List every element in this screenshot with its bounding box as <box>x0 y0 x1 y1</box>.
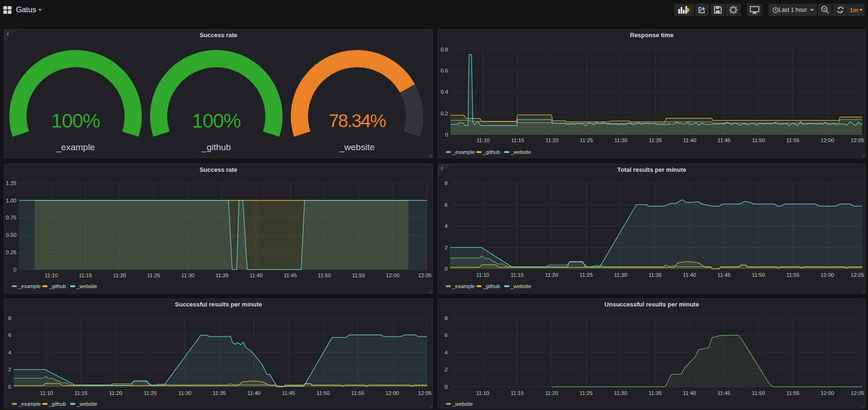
svg-text:4: 4 <box>445 223 448 229</box>
svg-text:12:00: 12:00 <box>386 390 399 396</box>
svg-text:11:45: 11:45 <box>284 273 297 278</box>
svg-text:12:05: 12:05 <box>418 390 432 396</box>
svg-text:1.00: 1.00 <box>6 198 16 203</box>
svg-text:_example: _example <box>18 283 41 289</box>
svg-text:0: 0 <box>445 132 448 137</box>
svg-text:0.2: 0.2 <box>441 111 448 116</box>
svg-text:11:15: 11:15 <box>74 390 88 396</box>
svg-text:_github: _github <box>48 283 66 289</box>
svg-text:_website: _website <box>76 401 97 407</box>
svg-text:11:20: 11:20 <box>109 390 122 396</box>
svg-text:11:50: 11:50 <box>318 273 331 278</box>
svg-text:11:25: 11:25 <box>144 390 157 396</box>
svg-text:11:20: 11:20 <box>546 137 559 143</box>
svg-text:11:25: 11:25 <box>579 390 593 396</box>
svg-text:11:55: 11:55 <box>351 390 364 396</box>
svg-text:_example: _example <box>452 283 475 289</box>
svg-text:11:50: 11:50 <box>752 390 765 396</box>
svg-text:4: 4 <box>8 350 12 355</box>
svg-text:_github: _github <box>48 401 66 407</box>
svg-text:11:40: 11:40 <box>683 137 696 143</box>
svg-text:11:10: 11:10 <box>40 390 53 396</box>
svg-text:0.8: 0.8 <box>441 47 448 52</box>
svg-text:12:05: 12:05 <box>418 273 432 278</box>
svg-text:11:15: 11:15 <box>511 137 524 143</box>
svg-text:11:45: 11:45 <box>282 390 295 396</box>
svg-text:0: 0 <box>14 267 16 273</box>
svg-text:_website: _website <box>510 149 531 155</box>
svg-text:12:00: 12:00 <box>820 390 834 396</box>
svg-text:11:30: 11:30 <box>614 272 627 278</box>
svg-text:11:45: 11:45 <box>717 272 731 278</box>
svg-text:11:20: 11:20 <box>113 273 126 278</box>
svg-text:11:30: 11:30 <box>614 137 627 143</box>
svg-text:0.6: 0.6 <box>441 68 448 73</box>
svg-text:11:40: 11:40 <box>249 273 263 278</box>
svg-text:11:30: 11:30 <box>181 273 194 278</box>
svg-text:0: 0 <box>8 384 11 390</box>
svg-text:11:35: 11:35 <box>213 390 226 396</box>
svg-text:11:25: 11:25 <box>579 272 593 278</box>
svg-text:8: 8 <box>8 315 11 321</box>
svg-text:11:10: 11:10 <box>45 273 58 278</box>
svg-text:11:30: 11:30 <box>614 390 627 396</box>
svg-text:11:15: 11:15 <box>511 272 524 278</box>
svg-text:11:10: 11:10 <box>476 390 490 396</box>
svg-text:1.25: 1.25 <box>6 180 16 186</box>
svg-text:_github: _github <box>482 283 500 289</box>
svg-text:4: 4 <box>445 350 448 355</box>
svg-text:12:00: 12:00 <box>820 137 834 143</box>
svg-text:11:55: 11:55 <box>352 273 365 278</box>
svg-text:11:20: 11:20 <box>545 272 558 278</box>
svg-text:_website: _website <box>76 283 97 289</box>
svg-text:11:50: 11:50 <box>752 137 765 143</box>
svg-text:6: 6 <box>445 202 448 208</box>
svg-text:11:40: 11:40 <box>683 272 696 278</box>
svg-text:0.25: 0.25 <box>6 249 16 255</box>
svg-text:2: 2 <box>445 367 448 372</box>
svg-text:11:35: 11:35 <box>216 273 229 278</box>
svg-text:11:35: 11:35 <box>649 390 662 396</box>
svg-text:11:15: 11:15 <box>511 390 524 396</box>
svg-text:12:05: 12:05 <box>851 137 864 143</box>
svg-text:_website: _website <box>452 401 473 407</box>
svg-text:2: 2 <box>8 367 11 372</box>
svg-text:11:25: 11:25 <box>147 273 161 278</box>
svg-text:0.75: 0.75 <box>6 215 16 220</box>
svg-text:2: 2 <box>445 245 448 250</box>
svg-text:11:55: 11:55 <box>786 390 799 396</box>
svg-text:_website: _website <box>510 283 531 289</box>
svg-text:12:05: 12:05 <box>851 390 864 396</box>
svg-text:11:55: 11:55 <box>787 137 800 143</box>
svg-text:11:20: 11:20 <box>545 390 558 396</box>
svg-text:8: 8 <box>445 315 448 321</box>
svg-text:11:40: 11:40 <box>683 390 696 396</box>
svg-text:6: 6 <box>445 332 448 338</box>
svg-text:11:55: 11:55 <box>786 272 799 278</box>
svg-text:11:45: 11:45 <box>717 137 731 143</box>
svg-text:_github: _github <box>482 149 500 155</box>
svg-text:11:30: 11:30 <box>178 390 192 396</box>
svg-text:_example: _example <box>18 401 41 407</box>
svg-text:11:10: 11:10 <box>476 272 490 278</box>
svg-text:8: 8 <box>445 180 448 186</box>
svg-text:11:35: 11:35 <box>649 272 662 278</box>
svg-text:_example: _example <box>452 149 475 155</box>
svg-text:11:45: 11:45 <box>717 390 731 396</box>
svg-text:11:10: 11:10 <box>477 137 490 143</box>
svg-text:0.4: 0.4 <box>441 89 449 95</box>
svg-text:11:15: 11:15 <box>79 273 92 278</box>
svg-text:0: 0 <box>445 266 448 272</box>
svg-text:6: 6 <box>8 332 11 338</box>
svg-text:0: 0 <box>445 384 448 390</box>
svg-text:0.50: 0.50 <box>6 232 16 238</box>
svg-text:11:40: 11:40 <box>248 390 261 396</box>
svg-text:12:00: 12:00 <box>386 273 400 278</box>
svg-text:12:00: 12:00 <box>820 272 834 278</box>
svg-text:11:35: 11:35 <box>649 137 662 143</box>
svg-text:11:50: 11:50 <box>316 390 330 396</box>
svg-text:12:05: 12:05 <box>851 272 864 278</box>
svg-text:11:25: 11:25 <box>580 137 593 143</box>
svg-text:11:50: 11:50 <box>752 272 765 278</box>
